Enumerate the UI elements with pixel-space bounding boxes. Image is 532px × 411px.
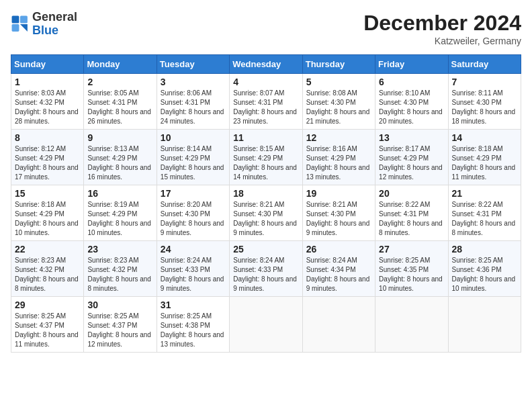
day-info: Sunrise: 8:06 AMSunset: 4:31 PMDaylight:… [161, 89, 226, 126]
day-info: Sunrise: 8:16 AMSunset: 4:29 PMDaylight:… [306, 144, 371, 182]
sunset-text: Sunset: 4:33 PM [161, 266, 210, 273]
day-number: 31 [161, 300, 226, 310]
calendar-cell: 20Sunrise: 8:22 AMSunset: 4:31 PMDayligh… [375, 185, 448, 241]
day-number: 24 [161, 244, 226, 255]
calendar-cell: 13Sunrise: 8:17 AMSunset: 4:29 PMDayligh… [375, 130, 448, 185]
sunset-text: Sunset: 4:29 PM [379, 154, 429, 162]
col-sunday: Sunday [11, 55, 84, 74]
sunrise-text: Sunrise: 8:18 AM [452, 145, 503, 152]
sunrise-text: Sunrise: 8:24 AM [161, 257, 212, 264]
day-number: 19 [306, 188, 371, 199]
daylight-text: Daylight: 8 hours and 9 minutes. [233, 275, 297, 292]
calendar-cell: 3Sunrise: 8:06 AMSunset: 4:31 PMDaylight… [157, 74, 229, 130]
col-friday: Friday [375, 55, 448, 74]
calendar-cell: 24Sunrise: 8:24 AMSunset: 4:33 PMDayligh… [157, 241, 229, 297]
calendar-week-row: 22Sunrise: 8:23 AMSunset: 4:32 PMDayligh… [11, 241, 521, 297]
calendar-cell: 29Sunrise: 8:25 AMSunset: 4:37 PMDayligh… [11, 297, 84, 353]
sunrise-text: Sunrise: 8:12 AM [15, 145, 66, 152]
sunrise-text: Sunrise: 8:18 AM [15, 201, 66, 208]
logo-blue: Blue [32, 24, 58, 37]
day-number: 25 [233, 244, 298, 255]
sunrise-text: Sunrise: 8:21 AM [233, 201, 284, 208]
logo: General Blue [11, 11, 77, 38]
sunrise-text: Sunrise: 8:11 AM [452, 89, 503, 97]
sunrise-text: Sunrise: 8:22 AM [452, 201, 503, 208]
sunrise-text: Sunrise: 8:25 AM [87, 312, 138, 320]
day-info: Sunrise: 8:24 AMSunset: 4:33 PMDaylight:… [233, 256, 298, 293]
day-number: 13 [379, 132, 444, 143]
sunrise-text: Sunrise: 8:20 AM [161, 201, 212, 208]
daylight-text: Daylight: 8 hours and 9 minutes. [306, 220, 370, 236]
calendar-cell: 31Sunrise: 8:25 AMSunset: 4:38 PMDayligh… [157, 297, 229, 353]
svg-rect-0 [12, 15, 19, 23]
day-info: Sunrise: 8:18 AMSunset: 4:29 PMDaylight:… [15, 200, 80, 238]
sunrise-text: Sunrise: 8:13 AM [87, 145, 138, 152]
day-info: Sunrise: 8:15 AMSunset: 4:29 PMDaylight:… [233, 144, 298, 182]
day-number: 5 [306, 77, 371, 87]
sunrise-text: Sunrise: 8:15 AM [233, 145, 284, 152]
daylight-text: Daylight: 8 hours and 10 minutes. [452, 275, 516, 292]
col-saturday: Saturday [448, 55, 521, 74]
sunset-text: Sunset: 4:32 PM [15, 266, 64, 273]
sunrise-text: Sunrise: 8:07 AM [233, 89, 284, 97]
sunset-text: Sunset: 4:29 PM [233, 154, 283, 162]
col-wednesday: Wednesday [230, 55, 302, 74]
calendar-cell: 26Sunrise: 8:24 AMSunset: 4:34 PMDayligh… [302, 241, 375, 297]
daylight-text: Daylight: 8 hours and 11 minutes. [15, 331, 79, 348]
day-info: Sunrise: 8:25 AMSunset: 4:38 PMDaylight:… [161, 312, 226, 349]
day-info: Sunrise: 8:20 AMSunset: 4:30 PMDaylight:… [161, 200, 226, 238]
calendar-cell: 28Sunrise: 8:25 AMSunset: 4:36 PMDayligh… [448, 241, 521, 297]
col-thursday: Thursday [302, 55, 375, 74]
calendar-cell: 17Sunrise: 8:20 AMSunset: 4:30 PMDayligh… [157, 185, 229, 241]
day-info: Sunrise: 8:25 AMSunset: 4:36 PMDaylight:… [452, 256, 517, 293]
sunset-text: Sunset: 4:29 PM [452, 154, 502, 162]
location: Katzweiler, Germany [363, 36, 521, 46]
general-blue-icon [11, 15, 30, 34]
day-number: 14 [452, 132, 517, 143]
calendar-cell: 1Sunrise: 8:03 AMSunset: 4:32 PMDaylight… [11, 74, 84, 130]
calendar-table: Sunday Monday Tuesday Wednesday Thursday… [11, 54, 521, 353]
daylight-text: Daylight: 8 hours and 17 minutes. [15, 164, 79, 181]
svg-rect-2 [12, 24, 19, 32]
logo-general: General [32, 10, 77, 24]
day-info: Sunrise: 8:08 AMSunset: 4:30 PMDaylight:… [306, 89, 371, 126]
daylight-text: Daylight: 8 hours and 8 minutes. [452, 220, 516, 236]
day-number: 26 [306, 244, 371, 255]
day-number: 2 [87, 77, 152, 87]
day-info: Sunrise: 8:24 AMSunset: 4:33 PMDaylight:… [161, 256, 226, 293]
sunrise-text: Sunrise: 8:17 AM [379, 145, 430, 152]
sunset-text: Sunset: 4:30 PM [452, 99, 502, 106]
daylight-text: Daylight: 8 hours and 10 minutes. [379, 275, 443, 292]
daylight-text: Daylight: 8 hours and 28 minutes. [15, 108, 79, 125]
day-info: Sunrise: 8:25 AMSunset: 4:37 PMDaylight:… [87, 312, 152, 349]
day-number: 23 [87, 244, 152, 255]
calendar-cell: 25Sunrise: 8:24 AMSunset: 4:33 PMDayligh… [230, 241, 302, 297]
calendar-cell: 8Sunrise: 8:12 AMSunset: 4:29 PMDaylight… [11, 130, 84, 185]
day-info: Sunrise: 8:11 AMSunset: 4:30 PMDaylight:… [452, 89, 517, 126]
calendar-cell: 4Sunrise: 8:07 AMSunset: 4:31 PMDaylight… [230, 74, 302, 130]
calendar-cell: 6Sunrise: 8:10 AMSunset: 4:30 PMDaylight… [375, 74, 448, 130]
daylight-text: Daylight: 8 hours and 8 minutes. [87, 275, 151, 292]
day-number: 8 [15, 132, 80, 143]
day-number: 16 [87, 188, 152, 199]
sunset-text: Sunset: 4:36 PM [452, 266, 502, 273]
calendar-cell: 18Sunrise: 8:21 AMSunset: 4:30 PMDayligh… [230, 185, 302, 241]
day-info: Sunrise: 8:12 AMSunset: 4:29 PMDaylight:… [15, 144, 80, 182]
page-header: General Blue December 2024 Katzweiler, G… [11, 11, 521, 46]
title-area: December 2024 Katzweiler, Germany [363, 11, 521, 46]
calendar-cell: 23Sunrise: 8:23 AMSunset: 4:32 PMDayligh… [84, 241, 157, 297]
calendar-header-row: Sunday Monday Tuesday Wednesday Thursday… [11, 55, 521, 74]
day-number: 21 [452, 188, 517, 199]
daylight-text: Daylight: 8 hours and 9 minutes. [161, 220, 224, 236]
calendar-week-row: 1Sunrise: 8:03 AMSunset: 4:32 PMDaylight… [11, 74, 521, 130]
sunset-text: Sunset: 4:29 PM [306, 154, 356, 162]
sunrise-text: Sunrise: 8:25 AM [452, 257, 503, 264]
day-info: Sunrise: 8:24 AMSunset: 4:34 PMDaylight:… [306, 256, 371, 293]
day-number: 28 [452, 244, 517, 255]
calendar-cell: 27Sunrise: 8:25 AMSunset: 4:35 PMDayligh… [375, 241, 448, 297]
day-number: 6 [379, 77, 444, 87]
sunrise-text: Sunrise: 8:25 AM [15, 312, 66, 320]
sunrise-text: Sunrise: 8:23 AM [87, 257, 138, 264]
calendar-cell: 2Sunrise: 8:05 AMSunset: 4:31 PMDaylight… [84, 74, 157, 130]
calendar-cell: 12Sunrise: 8:16 AMSunset: 4:29 PMDayligh… [302, 130, 375, 185]
